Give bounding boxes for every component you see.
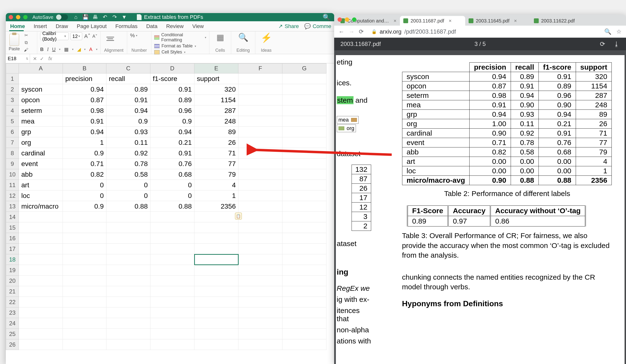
cell[interactable]	[150, 276, 195, 286]
spreadsheet-grid[interactable]: 1234567891011121314151617181920212223242…	[6, 73, 334, 364]
address-bar[interactable]: 🔒 arxiv.org/pdf/2003.11687.pdf	[368, 28, 600, 36]
cell[interactable]	[282, 318, 326, 329]
paste-button[interactable]	[9, 34, 19, 46]
cell[interactable]: 0.9	[106, 116, 150, 127]
editing-button[interactable]: 🔍	[234, 32, 252, 42]
borders-button[interactable]: ▦	[64, 46, 69, 53]
cell[interactable]	[150, 297, 195, 307]
cell[interactable]: grp	[19, 127, 63, 137]
cell[interactable]	[238, 137, 282, 148]
cell[interactable]	[282, 222, 326, 233]
row-header[interactable]: 20	[6, 276, 19, 286]
italic-button[interactable]: I	[47, 46, 49, 53]
cell-styles-button[interactable]: Cell Styles ▾	[154, 50, 206, 55]
underline-button[interactable]: U	[52, 46, 55, 53]
cell[interactable]	[282, 307, 326, 318]
cell[interactable]	[282, 95, 326, 105]
pdf-viewport[interactable]: eting ices. stem and mea org dataset 132…	[334, 50, 626, 364]
cell[interactable]: syscon	[19, 84, 63, 95]
row-header[interactable]: 23	[6, 307, 19, 318]
row-header[interactable]: 3	[6, 95, 19, 105]
cell[interactable]: opcon	[19, 95, 63, 105]
cell[interactable]	[150, 222, 195, 233]
paste-options-icon[interactable]: 📋	[235, 213, 242, 219]
row-header[interactable]: 12	[6, 190, 19, 201]
cell[interactable]	[63, 329, 106, 339]
cell[interactable]	[195, 244, 238, 254]
cell[interactable]	[282, 73, 326, 84]
cell[interactable]	[63, 244, 106, 254]
cell[interactable]	[19, 307, 63, 318]
column-header[interactable]: A	[19, 63, 63, 73]
cell[interactable]	[150, 244, 195, 254]
tab-review[interactable]: Review	[162, 21, 188, 31]
cell[interactable]	[150, 307, 195, 318]
fill-dropdown-icon[interactable]: ▾	[84, 46, 86, 53]
cell[interactable]	[63, 265, 106, 276]
cell[interactable]: 89	[195, 127, 238, 137]
cell[interactable]	[282, 297, 326, 307]
cell[interactable]	[238, 105, 282, 116]
cell[interactable]: 77	[195, 159, 238, 169]
cell[interactable]: recall	[106, 73, 150, 84]
cell[interactable]: org	[19, 137, 63, 148]
cell[interactable]: 320	[195, 84, 238, 95]
cell[interactable]: abb	[19, 169, 63, 180]
cell[interactable]	[106, 297, 150, 307]
cell[interactable]	[150, 265, 195, 276]
cell[interactable]: 0.89	[106, 84, 150, 95]
cell[interactable]	[282, 84, 326, 95]
cell[interactable]	[195, 329, 238, 339]
cell[interactable]	[238, 95, 282, 105]
cell[interactable]	[282, 339, 326, 350]
tab-home[interactable]: Home	[6, 21, 29, 31]
cell[interactable]	[238, 212, 282, 222]
cell[interactable]	[150, 318, 195, 329]
cell[interactable]	[195, 286, 238, 297]
cell[interactable]	[238, 73, 282, 84]
reload-button[interactable]: ⟳	[359, 28, 364, 35]
cell[interactable]	[238, 254, 282, 265]
underline-dropdown-icon[interactable]: ▾	[59, 46, 61, 53]
minimize-window-button[interactable]	[345, 17, 349, 22]
cell[interactable]	[195, 307, 238, 318]
cell[interactable]	[106, 286, 150, 297]
cell[interactable]	[238, 339, 282, 350]
cell[interactable]	[150, 329, 195, 339]
cell[interactable]: 0.91	[150, 84, 195, 95]
cell[interactable]	[106, 233, 150, 244]
back-button[interactable]: ←	[339, 28, 344, 35]
borders-dropdown-icon[interactable]: ▾	[72, 46, 74, 53]
bookmark-icon[interactable]: ☆	[616, 28, 622, 35]
cancel-formula-icon[interactable]: ✕	[33, 56, 37, 62]
cell[interactable]	[238, 84, 282, 95]
cell[interactable]: 0.21	[150, 137, 195, 148]
cell[interactable]	[195, 254, 238, 265]
cell[interactable]: 0.78	[106, 159, 150, 169]
cell[interactable]: 1154	[195, 95, 238, 105]
cell[interactable]: 0.87	[63, 95, 106, 105]
cell[interactable]	[19, 222, 63, 233]
cell[interactable]: 0.82	[63, 169, 106, 180]
row-header[interactable]: 18	[6, 254, 19, 265]
cell[interactable]	[238, 244, 282, 254]
cell[interactable]	[195, 265, 238, 276]
cell[interactable]: mea	[19, 116, 63, 127]
cell[interactable]	[63, 286, 106, 297]
cell[interactable]	[106, 244, 150, 254]
cell[interactable]	[195, 339, 238, 350]
cell[interactable]	[282, 159, 326, 169]
cell[interactable]	[106, 307, 150, 318]
cell[interactable]	[238, 148, 282, 159]
row-header[interactable]: 2	[6, 84, 19, 95]
save-icon[interactable]: 💾	[83, 14, 88, 20]
cell[interactable]	[238, 169, 282, 180]
cell[interactable]	[106, 212, 150, 222]
cell[interactable]: 0.94	[106, 105, 150, 116]
cell[interactable]	[195, 212, 238, 222]
cell[interactable]	[63, 212, 106, 222]
cell[interactable]	[63, 276, 106, 286]
cell[interactable]: 0.9	[150, 116, 195, 127]
ideas-button[interactable]: ⚡	[258, 32, 274, 43]
cell[interactable]: 0.91	[106, 95, 150, 105]
